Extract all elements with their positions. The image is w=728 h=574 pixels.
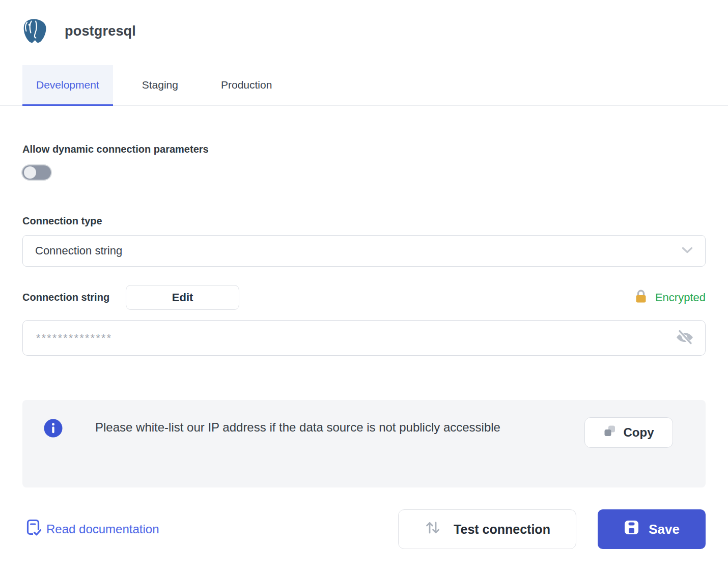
connection-type-label: Connection type [22,215,706,227]
dynamic-params-label: Allow dynamic connection parameters [22,144,706,155]
environment-tabbar: Development Staging Production [0,65,728,106]
toggle-knob [24,166,36,179]
copy-icon [604,425,616,440]
ip-whitelist-text: Please white-list our IP address if the … [95,417,500,438]
chevron-down-icon [682,246,693,255]
lock-icon [634,289,648,306]
arrows-up-down-icon [424,520,441,538]
form-actions: Read documentation Test connection Save [0,509,728,549]
ip-whitelist-banner: Please white-list our IP address if the … [22,400,706,487]
tab-staging[interactable]: Staging [128,65,192,106]
test-connection-button[interactable]: Test connection [398,509,576,549]
postgresql-elephant-icon [22,18,46,44]
connection-form: Allow dynamic connection parameters Conn… [0,144,728,487]
dynamic-params-section: Allow dynamic connection parameters [22,144,706,182]
connection-type-select[interactable]: Connection string [22,235,706,267]
connection-string-field [22,320,706,356]
save-button[interactable]: Save [598,509,706,549]
save-button-label: Save [649,522,680,537]
connection-string-input[interactable] [35,331,675,345]
connection-string-label: Connection string [22,292,109,303]
read-documentation-link[interactable]: Read documentation [26,519,159,539]
edit-button[interactable]: Edit [126,285,239,310]
connection-type-value: Connection string [35,244,122,257]
dynamic-params-toggle[interactable] [22,165,51,180]
toggle-visibility-button[interactable] [675,329,695,347]
floppy-disk-icon [624,520,639,539]
encrypted-badge: Encrypted [634,289,706,306]
copy-button-label: Copy [624,425,654,440]
tab-development[interactable]: Development [22,65,113,106]
page-title: postgresql [65,23,136,39]
copy-ip-button[interactable]: Copy [584,417,673,448]
connection-string-row: Connection string Edit Encrypted [22,285,706,310]
document-check-icon [26,519,42,539]
test-connection-label: Test connection [454,522,550,537]
connection-type-section: Connection type Connection string [22,215,706,267]
tab-production[interactable]: Production [207,65,286,106]
eye-off-icon [675,339,694,347]
header: postgresql [0,0,728,44]
read-documentation-label: Read documentation [46,522,159,536]
encrypted-label: Encrypted [655,291,706,304]
info-icon [44,419,63,440]
